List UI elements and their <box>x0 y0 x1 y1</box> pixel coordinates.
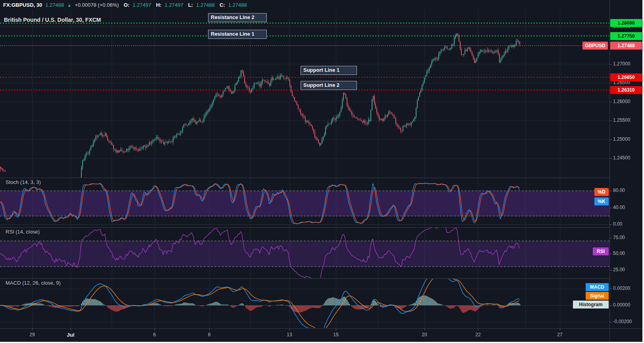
axis-tick <box>610 322 612 322</box>
symbol-price-label: GBPUSD <box>582 42 608 50</box>
close-value: 1.27488 <box>228 2 247 8</box>
chart-title: British Pound / U.S. Dollar, 30, FXCM <box>4 17 101 23</box>
stoch-tick-80.00: 80.00 <box>613 188 625 193</box>
time-label-8: 8 <box>208 332 211 337</box>
time-label-20: 20 <box>422 332 427 337</box>
rsi-tick-75.00: 75.00 <box>613 235 625 240</box>
axis-tick <box>610 254 612 254</box>
axis-separator <box>609 0 610 342</box>
last-price-badge: 1.27488 <box>610 42 642 50</box>
low-value: 1.27488 <box>196 2 215 8</box>
time-label-13: 13 <box>287 332 292 337</box>
axis-tick <box>610 140 612 140</box>
annotation-support-line-1[interactable]: Support Line 1 <box>301 66 357 75</box>
high-label: H: <box>156 2 162 8</box>
annotation-support-line-2[interactable]: Support Line 2 <box>301 81 357 90</box>
axis-tick <box>610 305 612 306</box>
time-tick <box>424 329 425 330</box>
time-label-Jul: Jul <box>67 332 75 338</box>
price-level-badge: 1.26650 <box>610 73 642 81</box>
axis-tick <box>610 83 612 83</box>
time-tick <box>289 329 290 330</box>
close-label: C: <box>220 2 225 8</box>
high-value: 1.27497 <box>165 2 183 8</box>
price-tick-1.26000: 1.26000 <box>613 99 630 104</box>
histogram-badge: Histogram <box>573 301 609 309</box>
stoch-k-badge: %K <box>594 197 609 205</box>
price-tick-1.25000: 1.25000 <box>613 136 630 142</box>
up-arrow-icon: ▲ <box>67 3 71 8</box>
time-label-27: 27 <box>557 332 562 337</box>
ohlc-legend: FX:GBPUSD, 30 1.27488 ▲ +0.00078 (+0.06%… <box>0 0 613 10</box>
rsi-pane-label[interactable]: RSI (14, close) <box>6 229 40 235</box>
time-tick <box>209 329 210 330</box>
annotation-resistance-line-1[interactable]: Resistance Line 1 <box>208 30 267 39</box>
window-border-right <box>642 0 644 343</box>
axis-tick <box>610 224 612 225</box>
annotation-resistance-line-2[interactable]: Resistance Line 2 <box>208 13 267 22</box>
price-tick-1.24500: 1.24500 <box>613 155 630 161</box>
stoch-d-badge: %D <box>594 188 609 196</box>
candlestick-chart[interactable] <box>0 0 609 328</box>
signal-badge: Signal <box>586 292 609 300</box>
price-level-badge: 1.26310 <box>610 86 642 94</box>
axis-tick <box>610 289 612 289</box>
rsi-badge: RSI <box>593 247 609 255</box>
time-tick <box>336 329 336 330</box>
axis-tick <box>610 238 612 238</box>
axis-tick <box>610 64 612 65</box>
low-label: L: <box>188 2 193 8</box>
price-level-badge: 1.28090 <box>610 19 642 27</box>
time-label-6: 6 <box>153 332 156 337</box>
axis-tick <box>610 270 612 270</box>
stoch-tick-40.00: 40.00 <box>613 205 625 210</box>
open-label: O: <box>123 2 129 8</box>
axis-tick <box>610 208 612 208</box>
rsi-tick-50.00: 50.00 <box>613 251 625 256</box>
macd-tick-0.00200: 0.00200 <box>613 286 630 291</box>
time-tick <box>154 329 155 330</box>
change-text: +0.00078 (+0.06%) <box>75 2 119 8</box>
stoch-tick-0.00: 0.00 <box>613 221 622 227</box>
axis-tick <box>610 158 612 159</box>
price-tick-1.27000: 1.27000 <box>613 61 630 67</box>
trading-chart-app: FX:GBPUSD, 30 1.27488 ▲ +0.00078 (+0.06%… <box>0 0 644 343</box>
time-label-22: 22 <box>475 332 480 337</box>
time-label-15: 15 <box>333 332 338 337</box>
last-price: 1.27488 <box>45 2 64 8</box>
rsi-tick-25.00: 25.00 <box>613 267 625 272</box>
axis-tick <box>610 191 612 191</box>
time-tick <box>560 329 560 330</box>
time-axis-separator <box>0 328 642 329</box>
open-value: 1.27497 <box>133 2 151 8</box>
price-level-badge: 1.27750 <box>610 32 642 40</box>
macd-tick--0.00200: -0.00200 <box>613 319 632 324</box>
axis-tick <box>610 102 612 102</box>
time-axis[interactable]: 29Jul681315202227 <box>0 329 642 342</box>
symbol-title[interactable]: FX:GBPUSD, 30 <box>3 2 42 8</box>
time-tick <box>32 329 33 330</box>
price-tick-1.25500: 1.25500 <box>613 117 630 123</box>
macd-tick-0.00000: 0.00000 <box>613 302 630 308</box>
macd-pane-label[interactable]: MACD (12, 26, close, 9) <box>6 280 61 286</box>
macd-badge: MACD <box>586 283 609 291</box>
time-tick <box>71 329 71 330</box>
stoch-pane-label[interactable]: Stoch (14, 3, 3) <box>6 179 41 185</box>
axis-tick <box>610 121 612 121</box>
time-tick <box>478 329 478 330</box>
time-label-29: 29 <box>29 332 35 337</box>
